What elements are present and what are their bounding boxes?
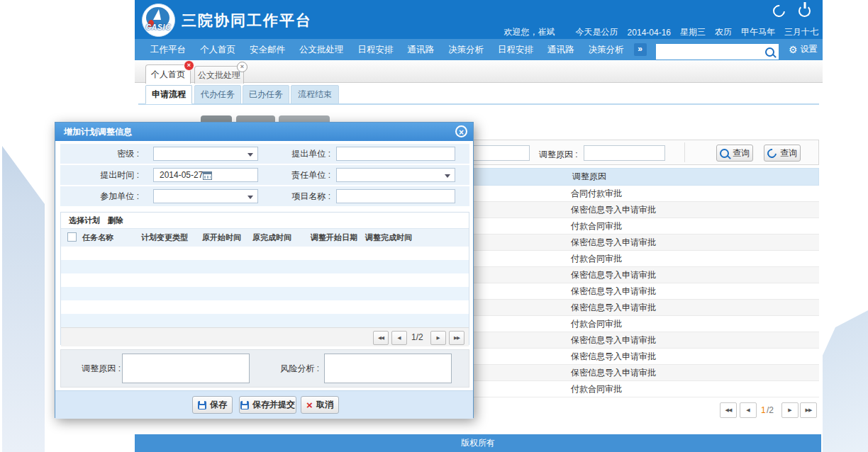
add-plan-adjust-dialog: 增加计划调整信息 × 密级 : 提出单位 : 提出时间 : 2014-05-27… — [55, 122, 474, 418]
risk-analysis-label: 风险分析 : — [260, 350, 319, 387]
dialog-title: 增加计划调整信息 — [64, 123, 132, 141]
tab-process-ended[interactable]: 流程结束 — [291, 85, 339, 104]
refresh-icon[interactable] — [773, 5, 785, 17]
propose-time-input[interactable]: 2014-05-27 — [153, 168, 258, 182]
duty-unit-label: 责任单位 : — [266, 165, 330, 185]
next-page-icon[interactable]: ▶ — [430, 331, 446, 345]
save-submit-button[interactable]: 保存并提交 — [239, 396, 296, 414]
nav-item-decision-analysis-2[interactable]: 决策分析 — [582, 39, 631, 60]
filter-reason-label: 调整原因 : — [539, 149, 578, 161]
next-page-icon[interactable]: ▶ — [781, 402, 799, 418]
copyright-footer: 版权所有 — [135, 434, 821, 452]
search-icon — [765, 47, 774, 57]
power-icon[interactable] — [799, 5, 811, 17]
adjust-reason-label: 调整原因 : — [61, 350, 121, 387]
delete-button[interactable]: 删除 — [108, 213, 123, 228]
nav-item-work-platform[interactable]: 工作平台 — [143, 39, 193, 60]
window-tab-strip: 个人首页 × 公文批处理 × — [135, 60, 823, 83]
user-info-bar: 欢迎您，崔斌 今天是公历 2014-04-16 星期三 农历 甲午马年 三月十七 — [504, 26, 818, 38]
empty-row — [61, 247, 469, 261]
risk-analysis-textarea[interactable] — [324, 354, 452, 383]
calendar-icon[interactable] — [203, 171, 212, 180]
empty-row — [61, 314, 469, 328]
reset-button[interactable]: 查询 — [764, 145, 801, 162]
chevron-down-icon — [247, 196, 253, 199]
propose-time-value: 2014-05-27 — [160, 170, 203, 180]
duty-unit-select[interactable] — [336, 168, 455, 182]
adjust-reason-textarea[interactable] — [122, 354, 250, 383]
propose-time-label: 提出时间 : — [60, 165, 139, 185]
last-page-icon[interactable]: ▶▶ — [800, 402, 817, 418]
form-row-2: 提出时间 : 2014-05-27 责任单位 : — [60, 165, 469, 185]
tab-todo-tasks[interactable]: 代办任务 — [194, 85, 241, 104]
plan-table-pagination: ◀◀ ◀ 1/2 ▶ ▶▶ — [61, 327, 469, 346]
total-pages: /2 — [767, 405, 774, 415]
lunar-day: 三月十七 — [784, 26, 818, 38]
app-header: CASIC 三院协同工作平台 欢迎您，崔斌 今天是公历 2014-04-16 星… — [135, 0, 823, 39]
chevron-down-icon — [445, 174, 450, 178]
save-label: 保存 — [210, 399, 227, 411]
welcome-text: 欢迎您，崔斌 — [504, 26, 555, 38]
nav-item-contacts[interactable]: 通讯路 — [401, 39, 442, 60]
gear-icon: ⚙ — [789, 44, 798, 55]
nav-item-personal-home[interactable]: 个人首页 — [193, 39, 243, 60]
settings-button[interactable]: ⚙ 设置 — [789, 43, 818, 55]
empty-row — [61, 300, 469, 315]
column-change-type: 计划变更类型 — [141, 229, 188, 246]
dialog-header: 增加计划调整信息 × — [55, 123, 473, 141]
column-task-name: 任务名称 — [82, 229, 113, 246]
filter-reason-input[interactable] — [584, 145, 665, 161]
save-button[interactable]: 保存 — [192, 396, 233, 414]
project-name-input[interactable] — [336, 189, 455, 203]
secret-level-select[interactable] — [153, 147, 258, 161]
page: CASIC 三院协同工作平台 欢迎您，崔斌 今天是公历 2014-04-16 星… — [0, 0, 868, 452]
column-adjust-finish: 调整完成时间 — [365, 229, 412, 246]
select-plan-button[interactable]: 选择计划 — [69, 213, 100, 228]
nav-item-document-batch[interactable]: 公文批处理 — [292, 39, 351, 60]
first-page-icon[interactable]: ◀◀ — [720, 402, 737, 418]
secret-level-label: 密级 : — [60, 144, 139, 164]
chevron-down-icon — [247, 153, 253, 157]
search-button[interactable]: 查询 — [716, 145, 753, 162]
column-orig-start: 原开始时间 — [202, 229, 241, 246]
tab-done-tasks[interactable]: 已办任务 — [243, 85, 289, 104]
nav-item-schedule[interactable]: 日程安排 — [351, 39, 401, 60]
nav-item-secure-mail[interactable]: 安全邮件 — [243, 39, 292, 60]
window-tab-document-batch[interactable]: 公文批处理 × — [194, 66, 244, 84]
gregorian-date: 2014-04-16 — [628, 28, 671, 38]
global-search-input[interactable] — [656, 44, 761, 60]
close-icon[interactable]: × — [237, 62, 247, 72]
window-tab-label: 公文批处理 — [198, 70, 240, 80]
prev-page-icon[interactable]: ◀ — [391, 331, 407, 345]
join-unit-select[interactable] — [153, 189, 258, 203]
nav-item-contacts-2[interactable]: 通讯路 — [540, 39, 582, 60]
form-row-1: 密级 : 提出单位 : — [60, 144, 469, 164]
window-tab-personal-home[interactable]: 个人首页 × — [145, 64, 191, 84]
close-icon[interactable]: × — [455, 125, 467, 137]
tab-underline — [138, 103, 819, 105]
first-page-icon[interactable]: ◀◀ — [373, 331, 389, 345]
logo-brand-text: CASIC — [143, 23, 174, 31]
lunar-year: 甲午马年 — [741, 26, 775, 38]
reason-risk-section: 调整原因 : 风险分析 : — [60, 349, 469, 388]
plan-table-toolbar: 选择计划 删除 — [61, 213, 469, 228]
propose-unit-input[interactable] — [336, 147, 455, 161]
dialog-button-bar: 保存 保存并提交 × 取消 — [55, 390, 473, 419]
cancel-icon: × — [306, 401, 313, 409]
cancel-button[interactable]: × 取消 — [301, 396, 339, 414]
empty-row — [61, 273, 469, 288]
window-tab-label: 个人首页 — [151, 69, 185, 79]
lunar-label: 农历 — [715, 26, 732, 38]
select-all-checkbox[interactable] — [67, 232, 77, 242]
nav-more-chevrons-icon[interactable]: » — [634, 43, 647, 56]
close-icon[interactable]: × — [184, 60, 194, 71]
global-search-button[interactable] — [760, 44, 779, 60]
propose-unit-label: 提出单位 : — [266, 144, 330, 164]
nav-item-schedule-2[interactable]: 日程安排 — [491, 39, 540, 60]
nav-item-decision-analysis[interactable]: 决策分析 — [441, 39, 491, 60]
refresh-icon — [765, 147, 778, 159]
last-page-icon[interactable]: ▶▶ — [449, 331, 464, 345]
tab-apply-process[interactable]: 申请流程 — [145, 85, 192, 104]
prev-page-icon[interactable]: ◀ — [740, 402, 757, 418]
logo-sail-icon — [153, 9, 161, 20]
